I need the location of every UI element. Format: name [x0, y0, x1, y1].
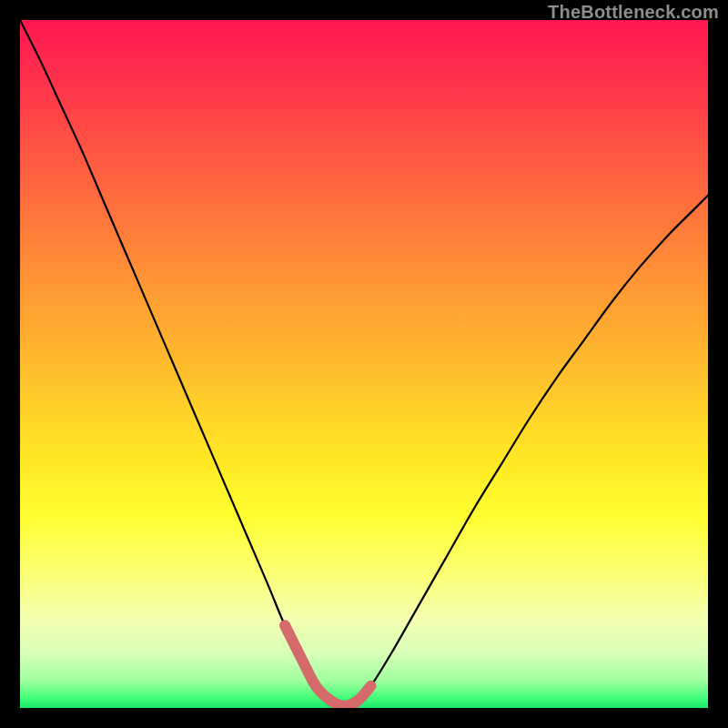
bottleneck-curve-highlight: [285, 625, 371, 705]
curve-layer: [20, 20, 708, 708]
plot-area: [20, 20, 708, 708]
watermark-text: TheBottleneck.com: [548, 2, 719, 23]
bottleneck-curve-line: [20, 20, 708, 706]
chart-stage: TheBottleneck.com: [0, 0, 728, 728]
